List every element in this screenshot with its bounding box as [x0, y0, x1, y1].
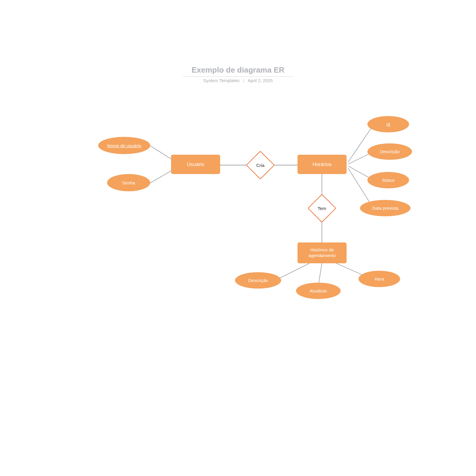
attr-usuario-senha: Senha — [107, 174, 150, 191]
entity-usuario: Usuário — [171, 155, 220, 174]
diagram-subtitle-right: April 2, 2025 — [248, 78, 273, 83]
relationship-cria: Cria — [247, 152, 274, 178]
diagram-subtitle-left: System Templates — [203, 78, 239, 83]
er-diagram-canvas: Exemplo de diagrama ER System Templates … — [0, 0, 476, 476]
attr-horarios-data: Data prevista — [360, 200, 411, 216]
attr-horarios-status: Status — [367, 172, 409, 188]
svg-line-11 — [318, 263, 322, 286]
svg-line-10 — [277, 263, 309, 280]
diagram-subtitle-row: System Templates | April 2, 2025 — [0, 78, 476, 83]
diagram-title-row: Exemplo de diagrama ER — [0, 65, 476, 77]
subtitle-separator: | — [243, 78, 244, 83]
diagram-title: Exemplo de diagrama ER — [183, 65, 293, 77]
svg-line-4 — [348, 125, 373, 162]
entity-horarios: Horários — [298, 155, 347, 174]
attr-hist-descricao: Descrição — [235, 272, 281, 289]
attr-hist-hora: Hora — [358, 271, 400, 287]
attr-hist-atualizar: Atualizar — [296, 283, 341, 299]
relationship-cria-label: Cria — [247, 163, 274, 168]
entity-historico: Histórico de agendamento — [298, 242, 347, 263]
attr-horarios-descricao: Descrição — [367, 143, 412, 160]
attr-usuario-nome: Nome de usuário — [98, 137, 150, 154]
relationship-tem: Tem — [309, 195, 335, 222]
attr-horarios-id: Id — [367, 116, 409, 132]
relationship-tem-label: Tem — [309, 206, 335, 211]
